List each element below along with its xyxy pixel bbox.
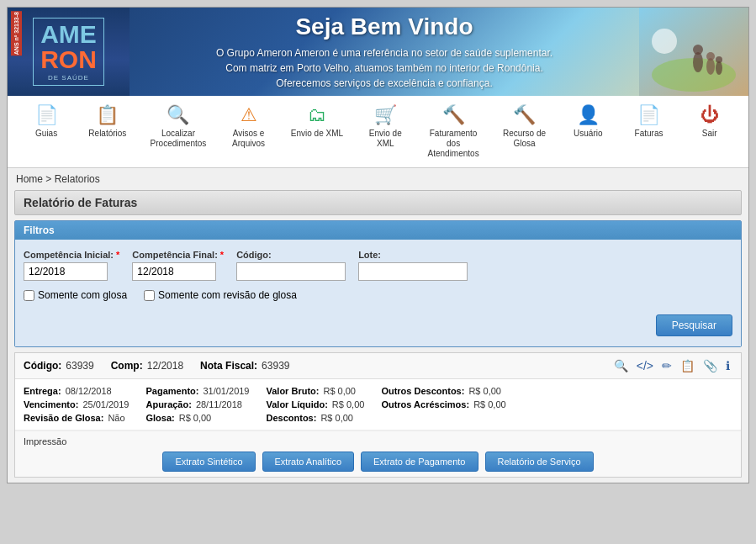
header-title: Seja Bem Vindo <box>295 13 473 40</box>
checkbox-glosa-input[interactable] <box>24 290 34 301</box>
competencia-final-input[interactable] <box>132 262 216 281</box>
nav-item-usuario[interactable]: 👤 Usuário <box>563 101 613 142</box>
nav-item-sair[interactable]: ⏻ Sair <box>685 101 735 142</box>
pesquisar-row: Pesquisar <box>24 308 732 336</box>
nav-label-guias: Guias <box>35 129 57 139</box>
faturamento-icon: 🔨 <box>442 104 465 126</box>
lote-input[interactable] <box>358 262 468 281</box>
apuracao-row: Apuração: 28/11/2018 <box>145 399 249 409</box>
lote-label: Lote: <box>358 250 468 260</box>
filtro-competencia-final: Competência Final: * <box>132 250 224 281</box>
vencimento-row: Vencimento: 25/01/2019 <box>24 399 129 409</box>
code-icon[interactable]: </> <box>634 358 656 373</box>
result-codigo-field: Código: 63939 <box>24 360 94 372</box>
revisao-glosa-value: Não <box>108 413 124 423</box>
nav-label-recurso-glosa: Recurso deGlosa <box>503 129 546 149</box>
main-wrapper: ANS nº 32133-8 AME RON DE SAÚDE Seja Bem… <box>0 0 756 544</box>
btn-extrato-analitico[interactable]: Extrato Analítico <box>262 452 355 472</box>
checkbox-revisao-label: Somente com revisão de glosa <box>158 289 297 301</box>
localizar-icon: 🔍 <box>167 104 189 126</box>
header-content: Seja Bem Vindo O Grupo Ameron Ameron é u… <box>130 8 639 96</box>
outros-acrescimos-label: Outros Acréscimos: <box>381 399 469 409</box>
nav-label-webplan: Envio de XML <box>291 129 343 139</box>
result-comp-value: 12/2018 <box>147 360 183 372</box>
svg-point-4 <box>693 45 703 55</box>
app-container: ANS nº 32133-8 AME RON DE SAÚDE Seja Bem… <box>7 7 749 483</box>
result-comp-label: Comp: <box>111 360 143 372</box>
competencia-final-label: Competência Final: * <box>132 250 224 260</box>
nav-item-relatorios[interactable]: 📋 Relatórios <box>82 101 133 142</box>
codigo-input[interactable] <box>236 262 346 281</box>
glosa-row: Glosa: R$ 0,00 <box>145 413 249 423</box>
webplan-icon: 🗂 <box>308 104 326 126</box>
required-star-2: * <box>220 250 224 260</box>
nav-label-usuario: Usuário <box>574 129 602 139</box>
nav-item-recurso-glosa[interactable]: 🔨 Recurso deGlosa <box>496 101 552 152</box>
nav-bar: 📄 Guias 📋 Relatórios 🔍 LocalizarProcedim… <box>8 96 748 168</box>
btn-extrato-pagamento[interactable]: Extrato de Pagamento <box>361 452 478 472</box>
filtro-codigo: Código: <box>236 250 346 281</box>
info-icon[interactable]: ℹ <box>723 358 732 373</box>
nav-item-localizar[interactable]: 🔍 LocalizarProcedimentos <box>144 101 214 152</box>
entrega-value: 08/12/2018 <box>66 386 112 396</box>
nav-item-avisos[interactable]: ⚠ Avisos eArquivos <box>224 101 274 152</box>
breadcrumb-current[interactable]: Relatorios <box>55 173 100 185</box>
search-result-icon[interactable]: 🔍 <box>611 358 631 373</box>
revisao-glosa-label: Revisão de Glosa: <box>24 413 103 423</box>
footer-buttons: Extrato Sintético Extrato Analítico Extr… <box>24 452 732 472</box>
nav-label-sair: Sair <box>702 129 717 139</box>
checkbox-glosa: Somente com glosa <box>24 289 127 301</box>
descontos-label: Descontos: <box>267 413 317 423</box>
avisos-icon: ⚠ <box>241 104 257 126</box>
result-details-layout: Entrega: 08/12/2018 Vencimento: 25/01/20… <box>24 386 732 423</box>
pesquisar-button[interactable]: Pesquisar <box>656 314 732 336</box>
subtitle-line3: Oferecemos serviços de excelência e conf… <box>276 77 492 89</box>
logo-ame: AME <box>40 20 97 48</box>
breadcrumb-home[interactable]: Home <box>16 173 43 185</box>
result-comp-field: Comp: 12/2018 <box>111 360 183 372</box>
valor-liquido-row: Valor Líquido: R$ 0,00 <box>267 399 365 409</box>
relatorios-icon: 📋 <box>96 104 119 126</box>
filtros-section: Filtros Competência Inicial: * Competênc… <box>14 220 742 347</box>
subtitle-line1: O Grupo Ameron Ameron é uma referência n… <box>216 47 552 59</box>
nav-item-guias[interactable]: 📄 Guias <box>21 101 71 142</box>
result-nota-fiscal-value: 63939 <box>262 360 289 372</box>
nav-item-webplan[interactable]: 🗂 Envio de XML <box>284 101 350 142</box>
codigo-label: Código: <box>236 250 346 260</box>
valor-liquido-label: Valor Líquido: <box>267 399 328 409</box>
filtros-header: Filtros <box>15 221 741 240</box>
results-section: Código: 63939 Comp: 12/2018 Nota Fiscal:… <box>14 352 742 478</box>
filtro-lote: Lote: <box>358 250 468 281</box>
result-footer: Impressão Extrato Sintético Extrato Anal… <box>15 430 741 477</box>
guias-icon: 📄 <box>35 104 58 126</box>
btn-extrato-sintetico[interactable]: Extrato Sintético <box>162 452 255 472</box>
result-header: Código: 63939 Comp: 12/2018 Nota Fiscal:… <box>15 353 741 379</box>
pagamento-label: Pagamento: <box>145 386 198 396</box>
copy-icon[interactable]: 📋 <box>678 358 697 373</box>
checkbox-revisao-input[interactable] <box>144 290 155 301</box>
svg-point-8 <box>716 56 722 63</box>
nav-item-envio-xml[interactable]: 🛒 Envio deXML <box>360 101 410 152</box>
edit-icon[interactable]: ✏ <box>659 358 674 373</box>
btn-relatorio-servico[interactable]: Relatório de Serviço <box>485 452 594 472</box>
usuario-icon: 👤 <box>577 104 600 126</box>
nav-item-faturamento[interactable]: 🔨 FaturamentodosAtendimentos <box>421 101 486 162</box>
checkbox-glosa-label: Somente com glosa <box>38 289 127 301</box>
competencia-inicial-input[interactable] <box>24 262 108 281</box>
page-title: Relatório de Faturas <box>14 190 742 215</box>
nav-item-faturas[interactable]: 📄 Faturas <box>624 101 674 142</box>
header-subtitle: O Grupo Ameron Ameron é uma referência n… <box>216 45 552 91</box>
result-header-left: Código: 63939 Comp: 12/2018 Nota Fiscal:… <box>24 360 289 372</box>
svg-point-6 <box>706 52 715 61</box>
pagamento-value: 31/01/2019 <box>203 386 249 396</box>
outros-acrescimos-value: R$ 0,00 <box>473 399 506 409</box>
descontos-value: R$ 0,00 <box>320 413 353 423</box>
details-col-4: Outros Descontos: R$ 0,00 Outros Acrésci… <box>381 386 505 423</box>
recurso-glosa-icon: 🔨 <box>513 104 536 126</box>
outros-descontos-value: R$ 0,00 <box>468 386 501 396</box>
filtros-body: Competência Inicial: * Competência Final… <box>15 240 741 346</box>
envio-xml-icon: 🛒 <box>374 104 397 126</box>
outros-descontos-row: Outros Descontos: R$ 0,00 <box>381 386 505 396</box>
attachment-icon[interactable]: 📎 <box>700 358 720 373</box>
nav-label-avisos: Avisos eArquivos <box>232 129 265 149</box>
